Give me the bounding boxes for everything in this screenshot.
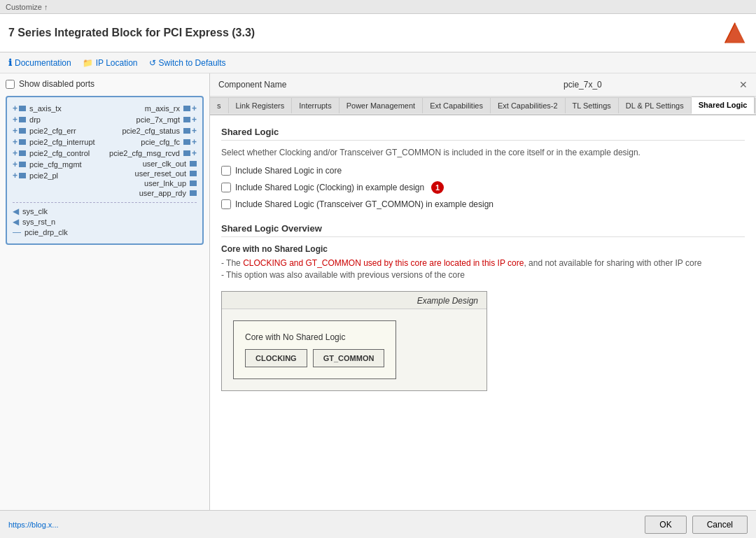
diagram-boxes: CLOCKING GT_COMMON bbox=[245, 349, 384, 367]
overview-subtitle: Core with no Shared Logic bbox=[221, 244, 745, 254]
port-pcie2-cfg-interrupt: + pcie2_cfg_interrupt bbox=[13, 137, 95, 147]
diagram-inner-box: Core with No Shared Logic CLOCKING GT_CO… bbox=[233, 320, 396, 379]
switch-defaults-link[interactable]: ↺ Switch to Defaults bbox=[149, 58, 226, 68]
diagram-body: Core with No Shared Logic CLOCKING GT_CO… bbox=[222, 309, 486, 390]
left-ports: + s_axis_tx + drp + pcie2_cfg_err bbox=[13, 103, 95, 181]
tab-s[interactable]: s bbox=[210, 97, 229, 113]
bottom-link: https://blog.x... bbox=[8, 521, 59, 529]
checkbox-row-2: Include Shared Logic (Clocking) in examp… bbox=[221, 181, 745, 194]
tab-tl-settings[interactable]: TL Settings bbox=[566, 97, 619, 113]
diagram-box-clocking: CLOCKING bbox=[245, 349, 307, 367]
overview-section: Shared Logic Overview Core with no Share… bbox=[221, 223, 745, 391]
shared-logic-title: Shared Logic bbox=[221, 127, 745, 141]
port-pcie-cfg-fc: pcie_cfg_fc + bbox=[141, 137, 197, 147]
component-name-label: Component Name bbox=[218, 80, 286, 90]
top-bar: Customize ↑ bbox=[0, 0, 756, 14]
app-title: 7 Series Integrated Block for PCI Expres… bbox=[8, 27, 255, 39]
checkbox-include-clocking-label: Include Shared Logic (Clocking) in examp… bbox=[235, 183, 424, 192]
port-pcie2-cfg-status: pcie2_cfg_status + bbox=[122, 126, 197, 136]
checkbox-include-gt-common[interactable] bbox=[221, 199, 231, 209]
tab-interrupts[interactable]: Interrupts bbox=[292, 97, 339, 113]
diagram-title: Example Design bbox=[222, 292, 486, 309]
xilinx-logo bbox=[722, 20, 748, 45]
tab-power-management[interactable]: Power Management bbox=[340, 97, 423, 113]
port-user-reset-out: user_reset_out bbox=[135, 169, 197, 178]
show-ports-checkbox[interactable] bbox=[6, 80, 15, 89]
checkbox-include-clocking[interactable] bbox=[221, 183, 231, 192]
toolbar: ℹ Documentation 📁 IP Location ↺ Switch t… bbox=[0, 52, 756, 73]
checkbox-row-3: Include Shared Logic (Transceiver GT_COM… bbox=[221, 199, 745, 209]
ok-button[interactable]: OK bbox=[645, 516, 686, 534]
tabs-container: s Link Registers Interrupts Power Manage… bbox=[210, 97, 756, 115]
main-area: Show disabled ports + s_axis_tx + drp bbox=[0, 73, 756, 510]
cancel-button[interactable]: Cancel bbox=[692, 516, 748, 534]
close-button[interactable]: ✕ bbox=[739, 79, 748, 90]
topbar-text: Customize ↑ bbox=[6, 3, 48, 11]
left-panel: Show disabled ports + s_axis_tx + drp bbox=[0, 73, 210, 510]
overview-bullet-1: - The CLOCKING and GT_COMMON used by thi… bbox=[221, 258, 745, 268]
port-pcie-drp-clk: — pcie_drp_clk bbox=[13, 227, 197, 237]
checkbox-include-core[interactable] bbox=[221, 166, 231, 176]
tab-shared-logic[interactable]: Shared Logic bbox=[692, 97, 755, 114]
port-pcie-cfg-mgmt: + pcie_cfg_mgmt bbox=[13, 160, 95, 169]
port-user-lnk-up: user_lnk_up bbox=[144, 179, 197, 187]
checkbox-include-gt-label: Include Shared Logic (Transceiver GT_COM… bbox=[235, 199, 493, 209]
port-pcie2-cfg-err: + pcie2_cfg_err bbox=[13, 126, 95, 136]
refresh-icon: ↺ bbox=[149, 58, 156, 68]
port-m-axis-rx: m_axis_rx + bbox=[145, 104, 197, 113]
title-bar: 7 Series Integrated Block for PCI Expres… bbox=[0, 14, 756, 52]
checkbox-row-1: Include Shared Logic in core bbox=[221, 166, 745, 176]
documentation-link[interactable]: ℹ Documentation bbox=[8, 57, 71, 68]
port-sys-rst-n: ◀ sys_rst_n bbox=[13, 217, 197, 227]
content-area: Shared Logic Select whether Clocking and… bbox=[210, 115, 756, 510]
tab-dl-pl-settings[interactable]: DL & PL Settings bbox=[619, 97, 692, 113]
bottom-bar: https://blog.x... OK Cancel bbox=[0, 510, 756, 538]
port-s-axis-tx: + s_axis_tx bbox=[13, 104, 95, 113]
info-icon: ℹ bbox=[8, 57, 12, 68]
port-pcie-7x-mgt: pcie_7x_mgt + bbox=[136, 115, 197, 125]
overview-bullet-2: - This option was also available with pr… bbox=[221, 270, 745, 280]
tab-link-registers[interactable]: Link Registers bbox=[229, 97, 293, 113]
documentation-label: Documentation bbox=[15, 58, 71, 68]
schematic-block: + s_axis_tx + drp + pcie2_cfg_err bbox=[6, 96, 204, 245]
folder-icon: 📁 bbox=[83, 58, 93, 68]
checkbox-include-core-label: Include Shared Logic in core bbox=[235, 166, 342, 176]
port-pcie2-pl: + pcie2_pl bbox=[13, 171, 95, 180]
port-sys-clk: ◀ sys_clk bbox=[13, 206, 197, 216]
right-ports: m_axis_rx + pcie_7x_mgt + pcie2_cfg_stat… bbox=[109, 103, 197, 198]
port-user-app-rdy: user_app_rdy bbox=[139, 189, 197, 197]
shared-logic-description: Select whether Clocking and/or Transceiv… bbox=[221, 148, 745, 157]
info-badge-1: 1 bbox=[431, 181, 444, 194]
component-header: Component Name pcie_7x_0 ✕ bbox=[210, 73, 756, 97]
diagram-inner-title: Core with No Shared Logic bbox=[245, 332, 384, 342]
diagram-box-gt-common: GT_COMMON bbox=[313, 349, 385, 367]
tab-ext-capabilities[interactable]: Ext Capabilities bbox=[423, 97, 491, 113]
show-ports-label[interactable]: Show disabled ports bbox=[6, 79, 204, 89]
port-pcie2-cfg-control: + pcie2_cfg_control bbox=[13, 148, 95, 158]
port-drp: + drp bbox=[13, 115, 95, 125]
component-name-value: pcie_7x_0 bbox=[564, 80, 602, 90]
show-ports-text: Show disabled ports bbox=[19, 79, 94, 89]
port-user-clk-out: user_clk_out bbox=[143, 160, 197, 168]
diagram-container: Example Design Core with No Shared Logic… bbox=[221, 291, 487, 391]
ip-location-link[interactable]: 📁 IP Location bbox=[83, 58, 138, 68]
ip-location-label: IP Location bbox=[96, 58, 138, 68]
switch-defaults-label: Switch to Defaults bbox=[159, 58, 226, 68]
tab-ext-capabilities-2[interactable]: Ext Capabilities-2 bbox=[491, 97, 566, 113]
overview-title: Shared Logic Overview bbox=[221, 223, 745, 237]
port-pcie2-cfg-msg-rcvd: pcie2_cfg_msg_rcvd + bbox=[109, 148, 197, 158]
right-panel: Component Name pcie_7x_0 ✕ s Link Regist… bbox=[210, 73, 756, 510]
